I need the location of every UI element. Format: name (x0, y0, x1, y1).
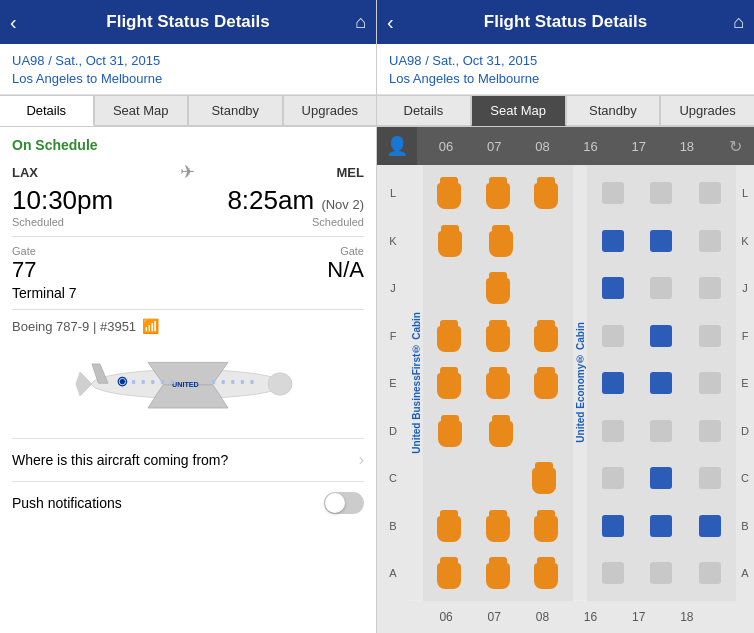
business-cabin-label: United BusinessFirst® Cabin (409, 165, 423, 601)
business-seats-grid (423, 165, 573, 601)
seat-C06-empty (437, 467, 459, 489)
seat-A17[interactable] (650, 562, 672, 584)
seat-C16[interactable] (602, 467, 624, 489)
seat-B18[interactable] (699, 515, 721, 537)
seat-E08[interactable] (532, 367, 560, 399)
seat-row-J-biz (425, 272, 571, 304)
seat-D18[interactable] (699, 420, 721, 442)
seat-K16[interactable] (602, 230, 624, 252)
right-home-button[interactable]: ⌂ (733, 12, 744, 33)
seat-L17[interactable] (650, 182, 672, 204)
seat-E07[interactable] (484, 367, 512, 399)
seat-L18[interactable] (699, 182, 721, 204)
seat-L16[interactable] (602, 182, 624, 204)
left-back-button[interactable]: ‹ (10, 11, 17, 34)
seat-B07[interactable] (484, 510, 512, 542)
svg-rect-13 (222, 380, 225, 384)
seat-E16[interactable] (602, 372, 624, 394)
chevron-right-icon: › (359, 451, 364, 469)
refresh-button[interactable]: ↻ (716, 127, 754, 165)
seat-J17[interactable] (650, 277, 672, 299)
row-labels-left: L K J F E D C B A (377, 165, 409, 601)
seat-A06[interactable] (435, 557, 463, 589)
svg-rect-15 (241, 380, 244, 384)
seat-A08[interactable] (532, 557, 560, 589)
col-08: 08 (528, 139, 556, 154)
row-C-right-label: C (736, 472, 754, 484)
seat-C08[interactable] (530, 462, 558, 494)
tab-details-left[interactable]: Details (0, 95, 94, 126)
seat-A07[interactable] (484, 557, 512, 589)
row-A-label: A (377, 567, 409, 579)
seat-D06[interactable] (436, 415, 464, 447)
seat-F08[interactable] (532, 320, 560, 352)
seat-row-B-biz (425, 510, 571, 542)
seatmap-body: L K J F E D C B A United BusinessFirst® … (377, 165, 754, 601)
left-content: On Schedule LAX ✈ MEL 10:30pm Scheduled … (0, 127, 376, 633)
tab-upgrades-left[interactable]: Upgrades (283, 95, 377, 126)
seat-J07[interactable] (484, 272, 512, 304)
seat-F18[interactable] (699, 325, 721, 347)
seat-row-L-eco (589, 182, 735, 204)
seat-B16[interactable] (602, 515, 624, 537)
seat-J16[interactable] (602, 277, 624, 299)
seat-K17[interactable] (650, 230, 672, 252)
seat-A18[interactable] (699, 562, 721, 584)
footer-col-17: 17 (625, 610, 653, 624)
seat-E18[interactable] (699, 372, 721, 394)
seat-B08[interactable] (532, 510, 560, 542)
seat-F07[interactable] (484, 320, 512, 352)
wifi-icon: 📶 (142, 318, 159, 334)
left-header-title: Flight Status Details (106, 12, 269, 32)
right-back-button[interactable]: ‹ (387, 11, 394, 34)
seat-J08-empty (536, 277, 558, 299)
tab-seatmap-right[interactable]: Seat Map (471, 95, 566, 126)
seatmap-header: 👤 06 07 08 16 17 18 ↻ (377, 127, 754, 165)
departure-label: Scheduled (12, 216, 113, 228)
seat-B06[interactable] (435, 510, 463, 542)
seat-C18[interactable] (699, 467, 721, 489)
row-L-right-label: L (736, 187, 754, 199)
seat-row-D-eco (589, 420, 735, 442)
seat-row-B-eco (589, 515, 735, 537)
svg-rect-16 (250, 380, 253, 384)
seat-row-E-biz (425, 367, 571, 399)
seat-L07[interactable] (484, 177, 512, 209)
footer-col-18: 18 (673, 610, 701, 624)
seat-F17[interactable] (650, 325, 672, 347)
tab-upgrades-right[interactable]: Upgrades (660, 95, 754, 126)
row-E-right-label: E (736, 377, 754, 389)
seat-D17[interactable] (650, 420, 672, 442)
seat-L06[interactable] (435, 177, 463, 209)
svg-marker-2 (76, 372, 92, 396)
seat-D07[interactable] (487, 415, 515, 447)
seat-E17[interactable] (650, 372, 672, 394)
tab-details-right[interactable]: Details (377, 95, 471, 126)
seat-F06[interactable] (435, 320, 463, 352)
seat-B17[interactable] (650, 515, 672, 537)
seat-D16[interactable] (602, 420, 624, 442)
footer-col-06: 06 (432, 610, 460, 624)
left-route: Los Angeles to Melbourne (12, 70, 364, 88)
seat-K07[interactable] (487, 225, 515, 257)
seat-E06[interactable] (435, 367, 463, 399)
push-toggle[interactable] (324, 492, 364, 514)
right-route: Los Angeles to Melbourne (389, 70, 742, 88)
right-tabs: Details Seat Map Standby Upgrades (377, 95, 754, 127)
seat-K06[interactable] (436, 225, 464, 257)
seat-K18[interactable] (699, 230, 721, 252)
seat-row-K-eco (589, 230, 735, 252)
footer-col-08: 08 (528, 610, 556, 624)
svg-rect-9 (151, 380, 154, 384)
seat-A16[interactable] (602, 562, 624, 584)
seat-F16[interactable] (602, 325, 624, 347)
seat-C17[interactable] (650, 467, 672, 489)
tab-standby-left[interactable]: Standby (188, 95, 283, 126)
tab-seatmap-left[interactable]: Seat Map (94, 95, 189, 126)
left-home-button[interactable]: ⌂ (355, 12, 366, 33)
seat-L08[interactable] (532, 177, 560, 209)
tab-standby-right[interactable]: Standby (566, 95, 661, 126)
coming-from-row[interactable]: Where is this aircraft coming from? › (12, 438, 364, 481)
seat-J18[interactable] (699, 277, 721, 299)
left-tabs: Details Seat Map Standby Upgrades (0, 95, 376, 127)
